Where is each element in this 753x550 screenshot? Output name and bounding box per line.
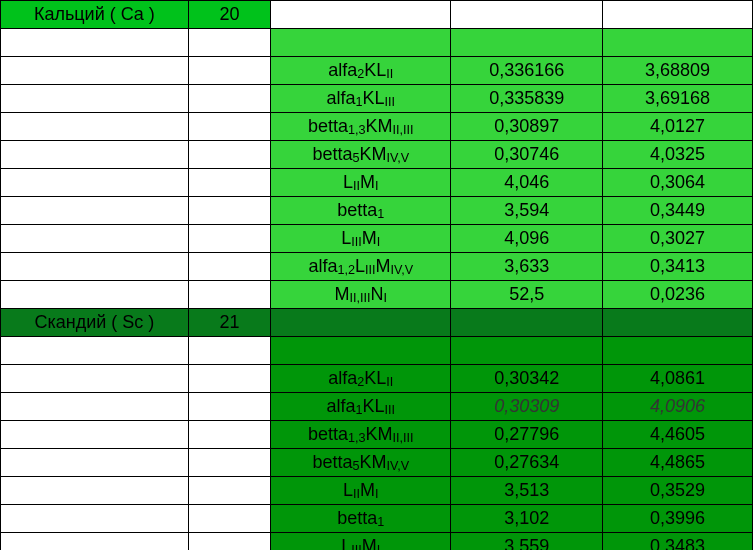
spectral-line: betta1: [271, 197, 451, 225]
spectral-line: alfa2KLII: [271, 57, 451, 85]
spectral-line: betta1: [271, 505, 451, 533]
blank-cell: [1, 533, 189, 551]
spectral-line: alfa2KLII: [271, 365, 451, 393]
blank-cell: [188, 169, 271, 197]
blank-cell: [1, 337, 189, 365]
table-row: betta1,3KMII,III0,308974,0127: [1, 113, 753, 141]
spectral-line: LIIIMI: [271, 533, 451, 551]
value-1: 0,27634: [451, 449, 603, 477]
blank-cell: [271, 337, 451, 365]
value-2: 4,0861: [603, 365, 753, 393]
value-1: 3,559: [451, 533, 603, 551]
value-2: 4,4865: [603, 449, 753, 477]
element-name: Кальций ( Ca ): [1, 1, 189, 29]
value-1: 0,336166: [451, 57, 603, 85]
blank-cell: [451, 1, 603, 29]
value-1: 0,30746: [451, 141, 603, 169]
spectral-line: alfa1KLIII: [271, 393, 451, 421]
table-row: MII,IIINI52,50,0236: [1, 281, 753, 309]
value-2: 3,68809: [603, 57, 753, 85]
blank-cell: [188, 337, 271, 365]
value-2: 0,3483: [603, 533, 753, 551]
blank-cell: [1, 197, 189, 225]
value-1: 52,5: [451, 281, 603, 309]
element-name: Скандий ( Sc ): [1, 309, 189, 337]
table-row: betta13,1020,3996: [1, 505, 753, 533]
value-2: 4,0906: [603, 393, 753, 421]
xray-lines-table: Кальций ( Ca )20alfa2KLII0,3361663,68809…: [0, 0, 753, 550]
blank-cell: [1, 421, 189, 449]
spacer-row: [1, 29, 753, 57]
table-row: alfa2KLII0,303424,0861: [1, 365, 753, 393]
spectral-line: LIIMI: [271, 477, 451, 505]
table-row: alfa1KLIII0,303094,0906: [1, 393, 753, 421]
value-2: 0,3027: [603, 225, 753, 253]
blank-cell: [603, 29, 753, 57]
blank-cell: [1, 449, 189, 477]
value-1: 0,27796: [451, 421, 603, 449]
table-row: betta13,5940,3449: [1, 197, 753, 225]
atomic-number: 20: [188, 1, 271, 29]
value-2: 0,3529: [603, 477, 753, 505]
table-row: LIIMI4,0460,3064: [1, 169, 753, 197]
blank-cell: [1, 29, 189, 57]
blank-cell: [188, 393, 271, 421]
blank-cell: [188, 281, 271, 309]
spacer-row: [1, 337, 753, 365]
value-2: 0,3449: [603, 197, 753, 225]
value-2: 4,0127: [603, 113, 753, 141]
table-row: LIIMI3,5130,3529: [1, 477, 753, 505]
blank-cell: [188, 449, 271, 477]
spectral-line: betta1,3KMII,III: [271, 421, 451, 449]
blank-cell: [1, 365, 189, 393]
atomic-number: 21: [188, 309, 271, 337]
blank-cell: [188, 225, 271, 253]
blank-cell: [188, 253, 271, 281]
blank-cell: [1, 253, 189, 281]
blank-cell: [1, 393, 189, 421]
value-1: 3,513: [451, 477, 603, 505]
value-1: 0,30897: [451, 113, 603, 141]
blank-cell: [603, 337, 753, 365]
spectral-line: alfa1KLIII: [271, 85, 451, 113]
blank-cell: [1, 169, 189, 197]
blank-cell: [1, 505, 189, 533]
spectral-line: alfa1,2LIIIMIV,V: [271, 253, 451, 281]
value-1: 0,335839: [451, 85, 603, 113]
blank-cell: [271, 29, 451, 57]
blank-cell: [451, 309, 603, 337]
value-2: 4,4605: [603, 421, 753, 449]
blank-cell: [1, 281, 189, 309]
blank-cell: [188, 197, 271, 225]
table-row: LIIIMI3,5590,3483: [1, 533, 753, 551]
blank-cell: [1, 141, 189, 169]
blank-cell: [188, 85, 271, 113]
blank-cell: [1, 85, 189, 113]
spectral-line: betta1,3KMII,III: [271, 113, 451, 141]
blank-cell: [603, 1, 753, 29]
blank-cell: [1, 57, 189, 85]
table-row: alfa1KLIII0,3358393,69168: [1, 85, 753, 113]
blank-cell: [188, 477, 271, 505]
blank-cell: [1, 113, 189, 141]
blank-cell: [271, 309, 451, 337]
spectral-line: betta5KMIV,V: [271, 449, 451, 477]
value-2: 0,3413: [603, 253, 753, 281]
value-2: 3,69168: [603, 85, 753, 113]
value-1: 3,102: [451, 505, 603, 533]
value-1: 3,633: [451, 253, 603, 281]
blank-cell: [188, 29, 271, 57]
table-row: betta1,3KMII,III0,277964,4605: [1, 421, 753, 449]
table-row: betta5KMIV,V0,307464,0325: [1, 141, 753, 169]
value-1: 0,30309: [451, 393, 603, 421]
value-1: 4,046: [451, 169, 603, 197]
table-row: alfa2KLII0,3361663,68809: [1, 57, 753, 85]
value-1: 4,096: [451, 225, 603, 253]
element-header-row: Скандий ( Sc )21: [1, 309, 753, 337]
table-row: betta5KMIV,V0,276344,4865: [1, 449, 753, 477]
blank-cell: [188, 365, 271, 393]
blank-cell: [1, 477, 189, 505]
value-2: 0,3996: [603, 505, 753, 533]
blank-cell: [188, 57, 271, 85]
table-row: LIIIMI4,0960,3027: [1, 225, 753, 253]
